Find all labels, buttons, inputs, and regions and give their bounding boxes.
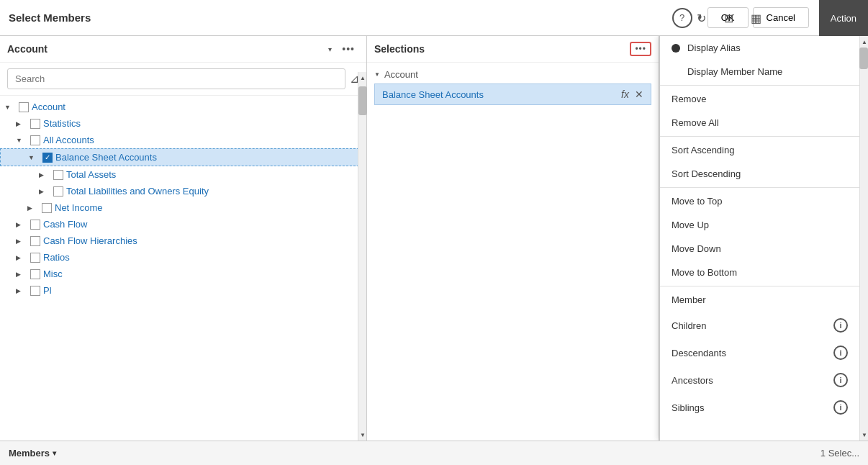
icon-toolbar: ↻ ⊞ ▦	[690, 0, 767, 36]
ctx-menu-item-member[interactable]: Member	[660, 288, 859, 312]
ctx-item-label: Siblings	[672, 402, 833, 413]
tree-item-label: Account	[32, 101, 65, 112]
ctx-item-label: Display Alias	[687, 42, 741, 53]
ctx-item-label: Children	[672, 320, 833, 331]
descendants-info-icon[interactable]: i	[833, 346, 848, 360]
tree-item[interactable]: ▼ Account	[0, 99, 366, 115]
ctx-menu-item-move-up[interactable]: Move Up	[660, 213, 859, 237]
selections-row-label: Balance Sheet Accounts	[382, 89, 621, 100]
ctx-menu-item-children[interactable]: Children i	[660, 312, 859, 339]
action-button[interactable]: Action	[819, 0, 868, 36]
ctx-separator	[660, 187, 859, 188]
ctx-menu-item-sort-descending[interactable]: Sort Descending	[660, 162, 859, 186]
checkbox[interactable]	[30, 220, 40, 230]
tree-item[interactable]: ▶ Total Liabilities and Owners Equity	[0, 183, 366, 199]
ctx-item-label: Remove	[672, 94, 706, 104]
checkbox[interactable]	[30, 269, 40, 279]
tree-item[interactable]: ▶ Net Income	[0, 199, 366, 216]
checkbox[interactable]	[30, 253, 40, 263]
checkbox[interactable]	[30, 135, 40, 145]
tree-item-label: Net Income	[55, 202, 102, 213]
ctx-menu-item-remove-all[interactable]: Remove All	[660, 111, 859, 135]
tree-item[interactable]: ▶ Misc	[0, 266, 366, 282]
refresh-button[interactable]: ↻	[690, 6, 713, 30]
ctx-menu-item-move-to-bottom[interactable]: Move to Bottom	[660, 261, 859, 284]
tree-item-label: Cash Flow	[43, 219, 87, 230]
checkbox[interactable]	[42, 203, 52, 213]
ctx-separator	[660, 286, 859, 286]
expand-icon: ▶	[39, 171, 50, 179]
fx-icon[interactable]: fx	[621, 89, 629, 100]
checkbox[interactable]	[19, 102, 29, 112]
triangle-down-icon: ▼	[374, 71, 380, 78]
checkbox[interactable]	[53, 170, 63, 180]
context-menu: ▲ ▼ Display Alias Display Member Name Re…	[659, 36, 868, 441]
tree-item[interactable]: ▶ Cash Flow	[0, 216, 366, 232]
expand-icon: ▶	[16, 120, 27, 127]
expand-icon: ▶	[16, 254, 27, 261]
ctx-menu-item-sort-ascending[interactable]: Sort Ascending	[660, 138, 859, 162]
selections-parent: ▼ Account	[374, 67, 651, 82]
siblings-info-icon[interactable]: i	[833, 400, 848, 415]
dot-icon	[672, 44, 680, 53]
ctx-item-label: Display Member Name	[687, 66, 782, 77]
tree-item[interactable]: ▼ All Accounts	[0, 132, 366, 148]
scrollbar-thumb[interactable]	[859, 48, 868, 69]
checkbox[interactable]	[53, 186, 63, 197]
ctx-menu-item-ancestors[interactable]: Ancestors i	[660, 366, 859, 394]
ctx-menu-item-display-member-name[interactable]: Display Member Name	[660, 60, 859, 83]
members-dropdown[interactable]: Members ▾	[9, 448, 56, 459]
ctx-menu-item-descendants[interactable]: Descendants i	[660, 339, 859, 366]
ctx-item-label: Move to Top	[672, 196, 723, 207]
right-panel: Selections ••• ▼ Account Balance Sheet A…	[367, 36, 659, 441]
page-title: Select Members	[9, 12, 672, 24]
ctx-menu-item-move-to-top[interactable]: Move to Top	[660, 189, 859, 213]
left-panel-ellipsis-button[interactable]: •••	[338, 42, 359, 56]
ctx-menu-item-siblings[interactable]: Siblings i	[660, 394, 859, 421]
expand-icon: ▶	[16, 287, 27, 294]
tree-item[interactable]: ▶ Total Assets	[0, 166, 366, 183]
tree-item[interactable]: ▶ Cash Flow Hierarchies	[0, 232, 366, 249]
ctx-menu-item-move-down[interactable]: Move Down	[660, 237, 859, 261]
tree-item-selected[interactable]: ▼ ✓ Balance Sheet Accounts	[0, 148, 366, 166]
bottom-status: 1 Selec...	[820, 448, 859, 459]
checkbox[interactable]	[30, 286, 40, 296]
ctx-separator	[660, 85, 859, 86]
checkbox[interactable]	[30, 236, 40, 246]
tree-item-label: Cash Flow Hierarchies	[43, 235, 137, 246]
ctx-separator	[660, 136, 859, 137]
ctx-menu-item-remove[interactable]: Remove	[660, 87, 859, 111]
tree-item[interactable]: ▶ Statistics	[0, 115, 366, 132]
panel-button[interactable]: ▦	[744, 6, 767, 30]
remove-icon[interactable]: ✕	[635, 89, 643, 100]
tree-item[interactable]: ▶ Ratios	[0, 249, 366, 266]
tree-item-label: All Accounts	[43, 135, 94, 145]
children-info-icon[interactable]: i	[833, 318, 848, 333]
ctx-item-label: Move Up	[672, 220, 709, 230]
tree-item[interactable]: ▶ Pl	[0, 282, 366, 299]
expand-icon: ▶	[27, 204, 39, 212]
ctx-menu-item-display-alias[interactable]: Display Alias	[660, 36, 859, 60]
ancestors-info-icon[interactable]: i	[833, 373, 848, 387]
left-panel-dropdown-icon[interactable]: ▾	[328, 45, 332, 53]
checkbox[interactable]	[30, 119, 40, 129]
expand-icon: ▶	[39, 188, 50, 195]
selections-row[interactable]: Balance Sheet Accounts fx ✕	[374, 83, 651, 105]
right-panel-header: Selections •••	[367, 36, 659, 63]
checkbox-checked[interactable]: ✓	[42, 153, 53, 163]
expand-icon: ▼	[28, 154, 40, 161]
ctx-item-label: Member	[672, 294, 706, 305]
search-input[interactable]	[7, 68, 345, 89]
expand-icon: ▶	[16, 271, 27, 278]
grid-button[interactable]: ⊞	[717, 6, 740, 30]
members-label: Members	[9, 448, 50, 459]
scrollbar-up-icon[interactable]: ▲	[860, 36, 868, 48]
search-row: ⊿	[0, 63, 366, 96]
ctx-item-label: Move to Bottom	[672, 267, 737, 278]
bottom-bar: Members ▾ 1 Selec...	[0, 441, 868, 465]
scrollbar-down-icon[interactable]: ▼	[860, 429, 868, 441]
selections-ellipsis-button[interactable]: •••	[630, 42, 651, 56]
expand-icon: ▼	[4, 104, 16, 111]
tree-item-label: Balance Sheet Accounts	[55, 152, 157, 163]
ctx-item-label: Remove All	[672, 117, 719, 128]
